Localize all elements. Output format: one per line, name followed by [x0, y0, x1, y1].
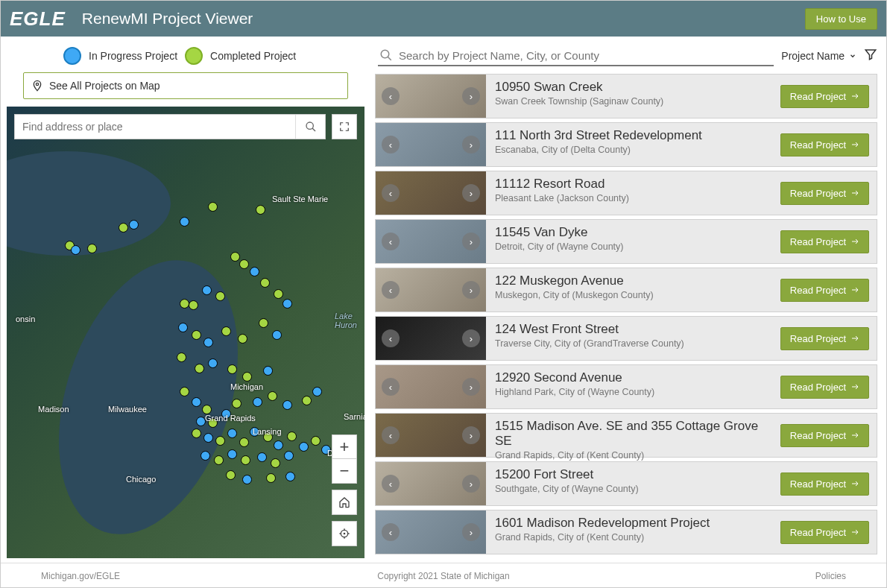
project-card[interactable]: ‹ › 124 West Front Street Traverse City,…	[375, 316, 877, 361]
read-project-button[interactable]: Read Project	[780, 424, 869, 447]
map-project-marker[interactable]	[192, 429, 201, 438]
fullscreen-button[interactable]	[332, 114, 357, 139]
carousel-next-button[interactable]: ›	[462, 426, 480, 444]
map-project-marker[interactable]	[180, 217, 189, 227]
read-project-button[interactable]: Read Project	[780, 521, 869, 544]
read-project-button[interactable]: Read Project	[780, 279, 869, 302]
map-project-marker[interactable]	[208, 358, 218, 368]
carousel-next-button[interactable]: ›	[462, 281, 480, 299]
carousel-prev-button[interactable]: ‹	[382, 184, 400, 202]
map-search-input[interactable]	[15, 115, 295, 139]
map-project-marker[interactable]	[250, 267, 259, 276]
carousel-next-button[interactable]: ›	[462, 184, 480, 202]
carousel-next-button[interactable]: ›	[462, 136, 480, 154]
carousel-prev-button[interactable]: ‹	[382, 233, 400, 250]
map-project-marker[interactable]	[201, 451, 210, 461]
project-card[interactable]: ‹ › 11545 Van Dyke Detroit, City of (Way…	[375, 219, 877, 264]
carousel-prev-button[interactable]: ‹	[382, 378, 400, 396]
map-project-marker[interactable]	[239, 259, 249, 269]
map-project-marker[interactable]	[87, 244, 97, 253]
carousel-prev-button[interactable]: ‹	[382, 523, 400, 541]
read-project-button[interactable]: Read Project	[780, 85, 869, 108]
map-project-marker[interactable]	[129, 220, 139, 230]
map-project-marker[interactable]	[221, 409, 231, 419]
project-card[interactable]: ‹ › 122 Muskegon Avenue Muskegon, City o…	[375, 268, 877, 312]
zoom-out-button[interactable]: −	[332, 459, 356, 483]
map-project-marker[interactable]	[189, 300, 198, 310]
how-to-use-button[interactable]: How to Use	[805, 8, 877, 30]
map-project-marker[interactable]	[227, 364, 237, 374]
map-project-marker[interactable]	[227, 429, 237, 438]
map-project-marker[interactable]	[215, 291, 225, 301]
map-project-marker[interactable]	[272, 330, 282, 340]
map-project-marker[interactable]	[177, 353, 186, 362]
map-project-marker[interactable]	[232, 399, 242, 408]
project-card[interactable]: ‹ › 111 North 3rd Street Redevelopment E…	[375, 122, 877, 167]
project-card[interactable]: ‹ › 1515 Madison Ave. SE and 355 Cottage…	[375, 413, 877, 458]
map-project-marker[interactable]	[195, 364, 204, 373]
map-search-button[interactable]	[295, 115, 325, 139]
map-project-marker[interactable]	[192, 397, 201, 407]
map-project-marker[interactable]	[180, 299, 189, 309]
carousel-prev-button[interactable]: ‹	[382, 87, 400, 105]
carousel-next-button[interactable]: ›	[462, 233, 480, 250]
map-project-marker[interactable]	[227, 449, 237, 459]
map-project-marker[interactable]	[202, 405, 212, 414]
map-project-marker[interactable]	[312, 387, 322, 396]
zoom-in-button[interactable]: +	[332, 435, 356, 459]
carousel-next-button[interactable]: ›	[462, 523, 480, 541]
map-project-marker[interactable]	[263, 432, 273, 442]
map-project-marker[interactable]	[284, 451, 294, 461]
map-project-marker[interactable]	[192, 330, 201, 340]
project-card[interactable]: ‹ › 12920 Second Avenue Highland Park, C…	[375, 364, 877, 409]
map-project-marker[interactable]	[282, 299, 292, 309]
map-project-marker[interactable]	[230, 252, 240, 262]
map-project-marker[interactable]	[214, 455, 224, 465]
read-project-button[interactable]: Read Project	[780, 376, 869, 399]
carousel-next-button[interactable]: ›	[462, 329, 480, 347]
map-project-marker[interactable]	[321, 445, 331, 455]
project-search-input[interactable]	[399, 49, 772, 62]
map-project-marker[interactable]	[203, 338, 213, 347]
carousel-prev-button[interactable]: ‹	[382, 136, 400, 154]
map-project-marker[interactable]	[282, 400, 292, 410]
map-project-marker[interactable]	[266, 473, 276, 483]
map-project-marker[interactable]	[253, 397, 262, 407]
map-project-marker[interactable]	[260, 278, 270, 288]
map-project-marker[interactable]	[203, 433, 213, 443]
map-project-marker[interactable]	[239, 437, 249, 447]
carousel-prev-button[interactable]: ‹	[382, 426, 400, 444]
map-project-marker[interactable]	[302, 396, 312, 405]
read-project-button[interactable]: Read Project	[780, 327, 869, 350]
map-project-marker[interactable]	[287, 431, 297, 441]
map-project-marker[interactable]	[196, 417, 206, 426]
project-list[interactable]: ‹ › 10950 Swan Creek Swan Creek Township…	[375, 74, 880, 563]
read-project-button[interactable]: Read Project	[780, 182, 869, 205]
map-project-marker[interactable]	[242, 475, 252, 484]
map-project-marker[interactable]	[274, 440, 283, 450]
project-card[interactable]: ‹ › 10950 Swan Creek Swan Creek Township…	[375, 74, 877, 118]
carousel-prev-button[interactable]: ‹	[382, 329, 400, 347]
filter-button[interactable]	[864, 48, 877, 64]
map-project-marker[interactable]	[263, 366, 273, 376]
locate-button[interactable]	[332, 521, 357, 546]
map-project-marker[interactable]	[221, 326, 231, 336]
project-card[interactable]: ‹ › 11112 Resort Road Pleasant Lake (Jac…	[375, 171, 877, 215]
carousel-prev-button[interactable]: ‹	[382, 475, 400, 493]
map-project-marker[interactable]	[274, 289, 283, 299]
map-project-marker[interactable]	[202, 285, 212, 295]
read-project-button[interactable]: Read Project	[780, 230, 869, 253]
carousel-prev-button[interactable]: ‹	[382, 281, 400, 299]
map-project-marker[interactable]	[259, 318, 268, 328]
map-project-marker[interactable]	[285, 472, 295, 481]
map-project-marker[interactable]	[271, 458, 280, 468]
home-extent-button[interactable]	[332, 490, 357, 515]
map-project-marker[interactable]	[208, 202, 218, 212]
map-project-marker[interactable]	[250, 427, 259, 437]
map-project-marker[interactable]	[71, 245, 81, 255]
map-project-marker[interactable]	[238, 334, 247, 344]
read-project-button[interactable]: Read Project	[780, 472, 869, 496]
map-project-marker[interactable]	[178, 323, 188, 332]
project-card[interactable]: ‹ › 15200 Fort Street Southgate, City of…	[375, 461, 877, 506]
read-project-button[interactable]: Read Project	[780, 133, 869, 157]
